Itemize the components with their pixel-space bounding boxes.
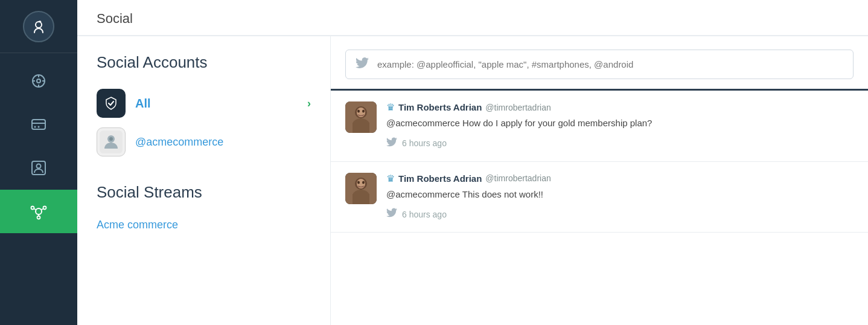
user-handle: @timrobertadrian (485, 103, 550, 112)
app-logo (23, 11, 54, 42)
sidebar-item-tickets[interactable] (0, 103, 77, 146)
search-input[interactable] (377, 59, 843, 69)
feed-item: ♛ Tim Roberts Adrian @timrobertadrian @a… (331, 162, 868, 233)
feed-item: ♛ Tim Roberts Adrian @timrobertadrian @a… (331, 91, 868, 162)
all-account-avatar (97, 89, 126, 118)
content-area: Social Accounts All › (77, 36, 868, 325)
user-avatar (345, 101, 377, 133)
sidebar-item-dashboard[interactable] (0, 59, 77, 103)
feed-message: @acmecommerce How do I apply for your go… (386, 117, 854, 130)
user-handle: @timrobertadrian (485, 173, 550, 183)
page-title: Social (97, 11, 849, 27)
svg-point-25 (357, 110, 360, 113)
user-name: Tim Roberts Adrian (398, 173, 482, 184)
page-header: Social (77, 0, 868, 36)
account-item-all[interactable]: All › (97, 84, 311, 123)
svg-rect-7 (32, 120, 45, 129)
svg-point-33 (362, 181, 365, 184)
svg-point-12 (36, 208, 42, 214)
chevron-right-icon: › (307, 97, 311, 110)
feed-content: ♛ Tim Roberts Adrian @timrobertadrian @a… (386, 101, 854, 150)
svg-point-32 (357, 181, 360, 184)
feed-footer: 6 hours ago (386, 207, 854, 221)
twitter-search-icon (356, 56, 369, 72)
svg-point-2 (37, 79, 40, 83)
svg-rect-28 (353, 123, 369, 133)
feed-footer: 6 hours ago (386, 137, 854, 150)
acme-account-label: @acmecommerce (135, 136, 223, 149)
social-streams-section: Social Streams Acme commerce (97, 183, 311, 236)
svg-point-15 (37, 216, 40, 219)
sidebar-navigation (0, 53, 77, 233)
time-ago: 6 hours ago (402, 210, 447, 219)
stream-label: Acme commerce (97, 219, 178, 231)
sidebar-logo (0, 0, 77, 53)
account-item-acme[interactable]: @acmecommerce (97, 123, 311, 161)
svg-line-17 (42, 209, 44, 210)
svg-point-14 (43, 207, 46, 210)
sidebar-item-social[interactable] (0, 190, 77, 233)
social-streams-title: Social Streams (97, 183, 311, 202)
twitter-foot-icon (386, 137, 397, 150)
crown-icon: ♛ (386, 101, 395, 113)
sidebar (0, 0, 77, 325)
left-panel: Social Accounts All › (77, 36, 331, 325)
twitter-foot-icon (386, 207, 397, 221)
svg-point-0 (36, 22, 42, 28)
crown-icon: ♛ (386, 173, 395, 184)
stream-item-acme[interactable]: Acme commerce (97, 214, 311, 236)
svg-point-21 (109, 137, 113, 141)
social-accounts-section: Social Accounts All › (97, 53, 311, 161)
feed-header: ♛ Tim Roberts Adrian @timrobertadrian (386, 101, 854, 113)
feed-message: @acmecommerce This does not work!! (386, 188, 854, 202)
svg-line-16 (34, 209, 36, 210)
main-content: Social Social Accounts All › (77, 0, 868, 325)
user-name: Tim Roberts Adrian (398, 102, 482, 112)
social-accounts-title: Social Accounts (97, 53, 311, 72)
svg-point-8 (34, 126, 36, 128)
svg-point-26 (362, 110, 365, 113)
svg-point-11 (37, 164, 41, 169)
search-bar[interactable] (345, 50, 854, 79)
feed-list: ♛ Tim Roberts Adrian @timrobertadrian @a… (331, 89, 868, 325)
right-panel: ♛ Tim Roberts Adrian @timrobertadrian @a… (331, 36, 868, 325)
feed-content: ♛ Tim Roberts Adrian @timrobertadrian @a… (386, 173, 854, 222)
svg-rect-35 (353, 194, 369, 204)
feed-header: ♛ Tim Roberts Adrian @timrobertadrian (386, 173, 854, 184)
time-ago: 6 hours ago (402, 138, 447, 148)
sidebar-item-contacts[interactable] (0, 146, 77, 190)
user-avatar (345, 173, 377, 204)
svg-point-13 (31, 207, 34, 210)
acme-account-avatar (97, 127, 126, 156)
all-account-label: All (135, 97, 151, 111)
svg-point-9 (38, 126, 40, 128)
